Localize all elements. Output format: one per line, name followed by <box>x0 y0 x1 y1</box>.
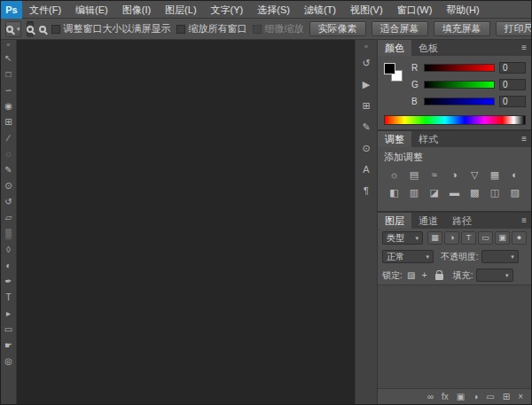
menu-item[interactable]: 编辑(E) <box>68 1 115 19</box>
crop-tool-icon[interactable]: ⊞ <box>2 116 16 129</box>
character-panel-icon[interactable]: A <box>363 164 369 175</box>
menu-item[interactable]: 帮助(H) <box>439 1 486 19</box>
tab-adjustments[interactable]: 调整 <box>378 131 411 147</box>
collapse-toolbar-icon[interactable]: « <box>7 42 11 49</box>
fill-select[interactable]: ▾ <box>476 269 513 282</box>
properties-panel-icon[interactable]: ⊞ <box>362 100 370 112</box>
filter-smart-objects-icon[interactable]: ▣ <box>495 231 510 245</box>
photo-filter-icon[interactable]: ▥ <box>404 186 425 199</box>
brush-panel-icon[interactable]: ✎ <box>362 121 370 133</box>
color-lookup-icon[interactable]: ▬ <box>444 186 465 199</box>
tab-color[interactable]: 颜色 <box>378 40 411 56</box>
exposure-icon[interactable]: ◑ <box>444 168 465 182</box>
actions-panel-icon[interactable]: ▶ <box>363 79 370 90</box>
blue-slider[interactable] <box>424 97 495 105</box>
invert-icon[interactable]: ▩ <box>465 186 485 199</box>
menu-item[interactable]: 文字(Y) <box>204 1 251 19</box>
lock-position-icon[interactable]: + <box>419 269 431 282</box>
new-layer-icon[interactable]: ⊞ <box>503 390 510 404</box>
black-white-icon[interactable]: ◧ <box>384 186 404 199</box>
actual-pixels-button[interactable]: 实际像素 <box>309 21 366 36</box>
dodge-tool-icon[interactable]: ◐ <box>2 260 16 272</box>
zoom-out-button[interactable]: − <box>39 21 46 37</box>
filter-pixel-layers-icon[interactable]: ▦ <box>427 231 442 245</box>
threshold-icon[interactable]: ▨ <box>505 186 525 199</box>
tab-paths[interactable]: 路径 <box>445 213 479 229</box>
panel-menu-icon[interactable]: ≡ <box>517 40 531 56</box>
posterize-icon[interactable]: ◫ <box>485 186 505 199</box>
filter-kind-select[interactable]: 类型 ▾ <box>382 231 423 245</box>
expand-panels-icon[interactable]: « <box>364 43 368 51</box>
brush-tool-icon[interactable]: ✎ <box>2 164 16 176</box>
red-value-field[interactable]: 0 <box>499 62 526 74</box>
menu-item[interactable]: 窗口(W) <box>390 1 440 19</box>
levels-icon[interactable]: ▤ <box>404 168 425 182</box>
green-value-field[interactable]: 0 <box>499 79 526 90</box>
opacity-select[interactable]: ▾ <box>481 250 519 263</box>
vibrance-icon[interactable]: ▽ <box>465 168 485 182</box>
move-tool-icon[interactable]: ↖ <box>2 52 16 65</box>
filter-type-layers-icon[interactable]: T <box>461 231 476 245</box>
color-balance-icon[interactable]: ◐ <box>505 168 525 182</box>
blur-tool-icon[interactable]: ◊ <box>2 244 16 256</box>
tab-channels[interactable]: 通道 <box>411 213 445 229</box>
fill-screen-button[interactable]: 填充屏幕 <box>434 21 490 36</box>
menu-item[interactable]: 图层(L) <box>158 1 203 19</box>
foreground-color-swatch[interactable] <box>384 63 395 74</box>
zoom-tool-icon[interactable]: ◎ <box>2 355 16 368</box>
color-ramp[interactable] <box>384 115 526 125</box>
adjustment-layer-icon[interactable]: ◑ <box>473 390 478 404</box>
path-selection-tool-icon[interactable]: ▸ <box>2 308 16 320</box>
delete-layer-icon[interactable]: × <box>518 390 523 404</box>
eyedropper-tool-icon[interactable]: ∕ <box>2 132 16 144</box>
history-brush-tool-icon[interactable]: ↺ <box>2 196 16 208</box>
filter-toggle-icon[interactable]: ● <box>512 231 527 245</box>
zoom-in-button[interactable]: + <box>27 21 34 37</box>
quick-selection-tool-icon[interactable]: ◉ <box>2 100 16 113</box>
type-tool-icon[interactable]: T <box>2 292 16 304</box>
menu-item[interactable]: 滤镜(T) <box>297 1 343 19</box>
print-size-button[interactable]: 打印尺寸 <box>496 21 532 36</box>
layer-group-icon[interactable]: ▭ <box>486 390 494 404</box>
green-slider[interactable] <box>424 81 495 89</box>
filter-shape-layers-icon[interactable]: ▭ <box>478 231 493 245</box>
layer-mask-icon[interactable]: ▣ <box>457 390 465 404</box>
red-slider[interactable] <box>424 64 495 72</box>
lasso-tool-icon[interactable]: ∽ <box>2 84 16 97</box>
zoom-all-windows-checkbox[interactable]: 缩放所有窗口 <box>176 22 247 35</box>
hue-saturation-icon[interactable]: ▦ <box>485 168 505 182</box>
healing-brush-tool-icon[interactable]: ◌ <box>2 148 16 160</box>
curves-icon[interactable]: ≈ <box>424 168 444 182</box>
pen-tool-icon[interactable]: ✒ <box>2 276 16 288</box>
tab-layers[interactable]: 图层 <box>378 213 411 229</box>
layer-style-icon[interactable]: fx <box>442 390 449 404</box>
lock-transparent-pixels-icon[interactable]: ▨ <box>405 269 418 282</box>
blend-mode-select[interactable]: 正常 ▾ <box>382 250 434 263</box>
clone-source-panel-icon[interactable]: ⊙ <box>362 143 370 154</box>
history-panel-icon[interactable]: ↺ <box>362 58 370 69</box>
link-layers-icon[interactable]: ∞ <box>427 390 434 404</box>
eraser-tool-icon[interactable]: ▱ <box>2 212 16 224</box>
resize-windows-checkbox[interactable]: 调整窗口大小以满屏显示 <box>51 22 171 35</box>
panel-menu-icon[interactable]: ≡ <box>517 213 531 229</box>
lock-all-icon[interactable] <box>434 269 446 282</box>
gradient-tool-icon[interactable]: ▒ <box>2 228 16 240</box>
tab-styles[interactable]: 样式 <box>411 131 445 147</box>
zoom-tool-preset[interactable]: ▾ <box>5 21 21 37</box>
menu-item[interactable]: 选择(S) <box>250 1 297 19</box>
hand-tool-icon[interactable]: ☛ <box>2 339 16 352</box>
marquee-tool-icon[interactable]: □ <box>2 68 16 81</box>
clone-stamp-tool-icon[interactable]: ⊙ <box>2 180 16 192</box>
menu-item[interactable]: 视图(V) <box>343 1 390 19</box>
menu-item[interactable]: 图像(I) <box>115 1 158 19</box>
blue-value-field[interactable]: 0 <box>499 96 526 107</box>
panel-menu-icon[interactable]: ≡ <box>517 131 531 147</box>
menu-item[interactable]: 文件(F) <box>22 1 68 19</box>
paragraph-panel-icon[interactable]: ¶ <box>364 185 369 197</box>
shape-tool-icon[interactable]: ▭ <box>2 323 16 336</box>
fit-screen-button[interactable]: 适合屏幕 <box>372 21 428 36</box>
tab-swatches[interactable]: 色板 <box>411 40 445 56</box>
channel-mixer-icon[interactable]: ◪ <box>424 186 444 199</box>
brightness-contrast-icon[interactable]: ☼ <box>384 168 404 182</box>
filter-adjustment-layers-icon[interactable]: ◑ <box>444 231 459 245</box>
